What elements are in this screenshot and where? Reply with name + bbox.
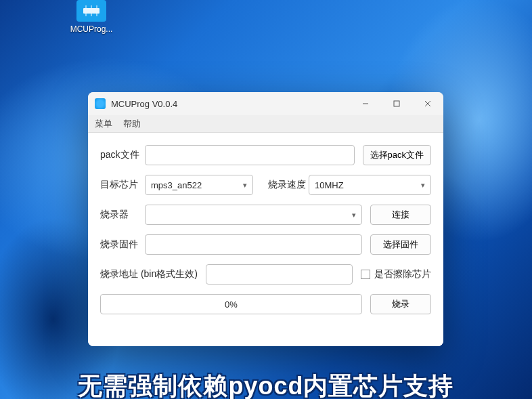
desktop-icon-label: MCUProg... [70,24,113,34]
label-burn-addr: 烧录地址 (bin格式生效) [100,268,206,280]
target-chip-select[interactable]: mps3_an522 [145,175,253,195]
menu-item-help[interactable]: 帮助 [123,118,141,130]
label-target-chip: 目标芯片 [100,179,145,191]
burn-speed-select[interactable]: 10MHZ [309,175,431,195]
svg-rect-0 [83,8,99,14]
select-firmware-button[interactable]: 选择固件 [370,234,431,255]
maximize-button[interactable] [381,92,412,115]
pack-file-input[interactable] [145,145,355,165]
burn-speed-value: 10MHZ [315,180,344,190]
label-firmware: 烧录固件 [100,238,145,251]
label-erase-chip: 是否擦除芯片 [374,268,431,280]
minimize-button[interactable] [350,92,381,115]
label-pack-file: pack文件 [100,149,145,161]
programmer-select[interactable] [145,205,362,225]
select-pack-button[interactable]: 选择pack文件 [363,145,431,165]
menu-item-menu[interactable]: 菜单 [95,118,112,130]
progress-bar: 0% [100,294,362,314]
form-area: pack文件 选择pack文件 目标芯片 mps3_an522 烧录速度 10M… [88,133,443,346]
label-burn-speed: 烧录速度 [268,179,309,191]
window-title: MCUProg V0.0.4 [111,99,350,109]
connect-button[interactable]: 连接 [370,205,431,225]
firmware-input[interactable] [145,234,362,255]
burn-button[interactable]: 烧录 [370,294,431,314]
window-app-icon [95,98,106,109]
video-caption: 无需强制依赖pyocd内置芯片支持 [0,370,532,399]
erase-chip-checkbox[interactable] [361,270,370,279]
menubar: 菜单 帮助 [88,115,443,133]
app-icon [76,0,106,22]
titlebar[interactable]: MCUProg V0.0.4 [88,92,443,115]
progress-value: 0% [225,299,238,310]
target-chip-value: mps3_an522 [151,180,202,190]
desktop-shortcut-mcuprog[interactable]: MCUProg... [64,0,118,34]
label-programmer: 烧录器 [100,209,145,221]
close-button[interactable] [412,92,443,115]
app-window: MCUProg V0.0.4 菜单 帮助 pack文件 选择pack文件 目标芯… [88,92,443,346]
burn-addr-input[interactable] [206,264,353,285]
svg-rect-8 [394,101,399,106]
